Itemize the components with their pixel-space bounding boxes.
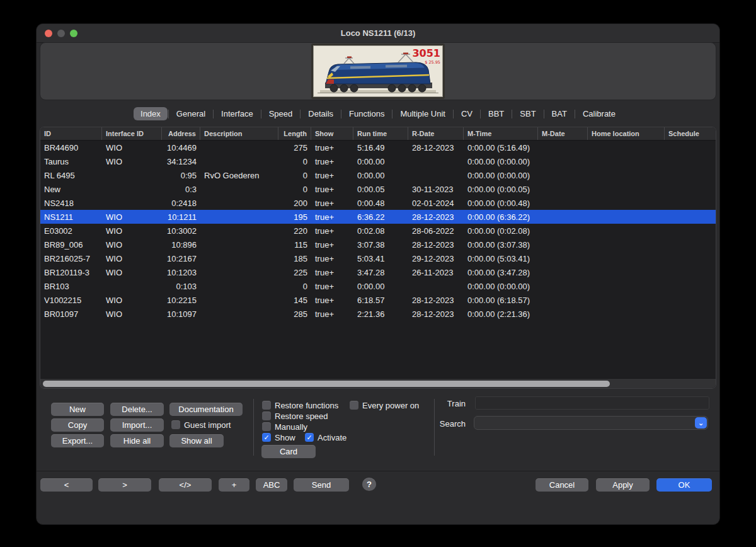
checkbox-box[interactable]: ✓ <box>262 422 271 431</box>
tab-calibrate[interactable]: Calibrate <box>576 107 622 120</box>
loco-box-art-image: 3051 $ 25.95 <box>311 43 445 99</box>
column-header-description[interactable]: Description <box>200 127 278 140</box>
checkbox-box[interactable]: ✓ <box>262 412 271 420</box>
tab-general[interactable]: General <box>169 107 212 120</box>
cell-id: BR216025-7 <box>40 254 102 263</box>
table-row-ns1211[interactable]: NS1211WIO10:1211195true+6:36.2228-12-202… <box>40 210 716 224</box>
tab-cv[interactable]: CV <box>454 107 479 120</box>
card-button[interactable]: Card <box>261 445 316 458</box>
plus-button[interactable]: + <box>219 478 249 492</box>
tab-multiple-unit[interactable]: Multiple Unit <box>393 107 452 120</box>
column-header-run_time[interactable]: Run time <box>353 127 408 140</box>
table-row-taurus[interactable]: TaurusWIO34:12340true+0:00.000:00.00 (0:… <box>40 154 716 168</box>
close-window-icon[interactable] <box>45 30 52 37</box>
chevron-down-icon[interactable]: ⌄ <box>695 417 707 429</box>
cell-run_time: 0:00.48 <box>353 199 408 208</box>
cell-show: true+ <box>311 212 353 222</box>
send-button[interactable]: Send <box>294 478 349 492</box>
table-row-ns2418[interactable]: NS24180:2418200true+0:00.4802-01-20240:0… <box>40 196 716 210</box>
loco-image-panel: 3051 $ 25.95 <box>40 42 716 100</box>
tab-sbt[interactable]: SBT <box>513 107 542 120</box>
column-header-home_location[interactable]: Home location <box>588 127 665 140</box>
checkbox-box[interactable]: ✓ <box>262 401 271 410</box>
table-row-br120119-3[interactable]: BR120119-3WIO10:1203225true+3:47.2826-11… <box>40 265 716 279</box>
cell-run_time: 3:47.28 <box>353 268 408 277</box>
tab-interface[interactable]: Interface <box>214 107 260 120</box>
titlebar[interactable]: Loco NS1211 (6/13) <box>37 24 719 43</box>
cell-run_time: 0:00.05 <box>353 185 408 194</box>
column-header-schedule[interactable]: Schedule <box>665 127 713 140</box>
restore-functions-checkbox[interactable]: ✓ Restore functions <box>262 400 338 410</box>
column-header-address[interactable]: Address <box>162 127 200 140</box>
tab-speed[interactable]: Speed <box>262 107 300 120</box>
table-header-row: IDInterface IDAddressDescriptionLengthSh… <box>40 127 716 141</box>
previous-loco-button[interactable]: < <box>40 478 93 492</box>
cell-length: 0 <box>278 282 311 291</box>
cell-m_time: 0:00.00 (0:00.00) <box>464 171 538 180</box>
search-dropdown[interactable]: ⌄ <box>474 416 708 430</box>
help-button[interactable]: ? <box>362 478 376 491</box>
column-header-m_time[interactable]: M-Time <box>464 127 538 140</box>
delete-button[interactable]: Delete... <box>110 403 164 416</box>
checkbox-box[interactable]: ✓ <box>305 433 314 442</box>
cell-interface_id: WIO <box>102 309 162 319</box>
show-checkbox[interactable]: ✓ Show <box>262 432 295 442</box>
table-row-e03002[interactable]: E03002WIO10:3002220true+0:02.0828-06-202… <box>40 224 716 238</box>
table-row-new[interactable]: New0:30true+0:00.0530-11-20230:00.00 (0:… <box>40 182 716 196</box>
cell-m_time: 0:00.00 (0:00.05) <box>464 185 538 194</box>
tab-details[interactable]: Details <box>301 107 340 120</box>
cell-show: true+ <box>311 268 353 277</box>
tab-index[interactable]: Index <box>134 107 168 120</box>
export-button[interactable]: Export... <box>51 434 104 447</box>
cell-length: 115 <box>278 240 311 250</box>
table-row-v1002215[interactable]: V1002215WIO10:2215145true+6:18.5728-12-2… <box>40 293 716 307</box>
checkbox-box[interactable]: ✓ <box>171 420 180 429</box>
table-row-br01097[interactable]: BR01097WIO10:1097285true+2:21.3628-12-20… <box>40 307 716 321</box>
documentation-button[interactable]: Documentation <box>169 403 243 416</box>
checkbox-box[interactable]: ✓ <box>350 401 358 410</box>
minimize-window-icon[interactable] <box>57 30 65 37</box>
show-all-button[interactable]: Show all <box>169 434 224 447</box>
table-row-br216025-7[interactable]: BR216025-7WIO10:2167185true+5:03.4129-12… <box>40 251 716 265</box>
checkbox-label: Guest import <box>184 420 231 430</box>
tab-bat[interactable]: BAT <box>545 107 574 120</box>
cell-run_time: 0:02.08 <box>353 226 408 236</box>
table-row-br103[interactable]: BR1030:1030true+0:00.000:00.00 (0:00.00) <box>40 279 716 293</box>
guest-import-checkbox[interactable]: ✓ Guest import <box>171 420 231 430</box>
train-input[interactable] <box>475 396 709 410</box>
column-header-r_date[interactable]: R-Date <box>408 127 464 140</box>
every-power-on-checkbox[interactable]: ✓ Every power on <box>350 400 419 410</box>
restore-speed-checkbox[interactable]: ✓ Restore speed <box>262 411 328 421</box>
apply-button[interactable]: Apply <box>596 478 650 492</box>
table-row-br89_006[interactable]: BR89_006WIO10:896115true+3:07.3828-12-20… <box>40 238 716 251</box>
table-row-rl-6495[interactable]: RL 64950:95RvO Goederen0true+0:00.000:00… <box>40 168 716 182</box>
new-button[interactable]: New <box>51 403 104 416</box>
code-button[interactable]: </> <box>159 478 212 492</box>
activate-checkbox[interactable]: ✓ Activate <box>305 432 346 442</box>
copy-button[interactable]: Copy <box>51 418 104 432</box>
column-header-show[interactable]: Show <box>311 127 353 140</box>
hide-all-button[interactable]: Hide all <box>110 434 164 447</box>
manually-checkbox[interactable]: ✓ Manually <box>262 422 307 432</box>
checkbox-label: Restore speed <box>275 412 328 421</box>
cell-interface_id: WIO <box>102 157 162 166</box>
cell-length: 275 <box>278 143 311 153</box>
cancel-button[interactable]: Cancel <box>536 478 588 492</box>
column-header-m_date[interactable]: M-Date <box>538 127 588 140</box>
tab-divider <box>213 110 214 118</box>
ok-button[interactable]: OK <box>656 478 712 492</box>
horizontal-scrollbar[interactable] <box>40 378 716 388</box>
next-loco-button[interactable]: > <box>98 478 151 492</box>
column-header-interface_id[interactable]: Interface ID <box>102 127 162 140</box>
cell-run_time: 0:00.00 <box>353 282 408 291</box>
column-header-id[interactable]: ID <box>40 127 102 140</box>
checkbox-box[interactable]: ✓ <box>262 433 271 442</box>
column-header-length[interactable]: Length <box>278 127 311 140</box>
zoom-window-icon[interactable] <box>70 30 77 37</box>
tab-functions[interactable]: Functions <box>342 107 391 120</box>
import-button[interactable]: Import... <box>110 418 164 432</box>
scrollbar-thumb[interactable] <box>43 381 610 387</box>
abc-button[interactable]: ABC <box>256 478 287 492</box>
tab-bbt[interactable]: BBT <box>481 107 511 120</box>
table-row-br44690[interactable]: BR44690WIO10:4469275true+5:16.4928-12-20… <box>40 141 716 154</box>
